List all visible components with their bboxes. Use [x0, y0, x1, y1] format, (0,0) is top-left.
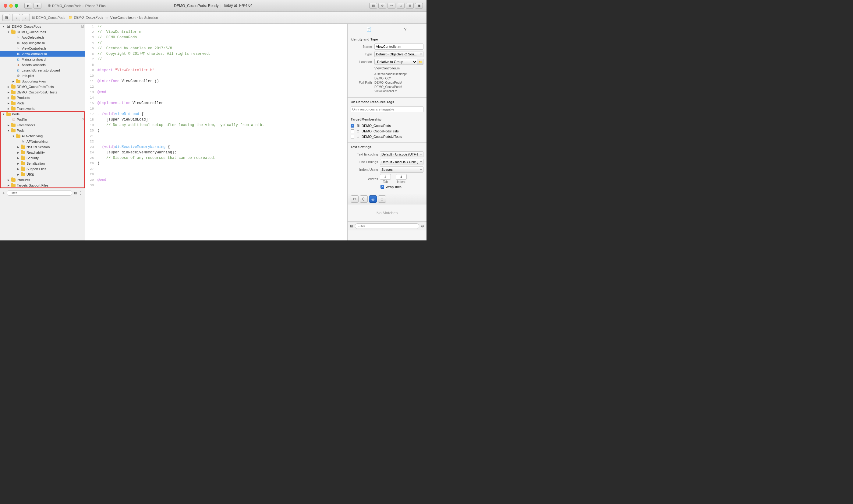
sidebar-root[interactable]: ▼ 🏛 DEMO_CocoaPods M — [0, 24, 85, 29]
disclosure-nsurlsession[interactable]: ▶ — [16, 145, 21, 149]
bottom-tab-file[interactable]: □ — [351, 195, 359, 203]
disclosure-reachability[interactable]: ▶ — [16, 150, 21, 155]
sidebar-item-pods-root[interactable]: ▼ Pods — [0, 111, 85, 117]
disclosure-frameworks-pods[interactable]: ▶ — [6, 123, 11, 127]
name-input[interactable] — [375, 43, 423, 50]
sidebar-item-podfile[interactable]: ⓪ Podfile ? — [0, 117, 85, 122]
sidebar-item-uikit[interactable]: ▶ UIKit — [0, 172, 85, 177]
encoding-select[interactable]: Default - Unicode (UTF-8) — [380, 151, 423, 157]
sidebar-item-viewcontroller-h[interactable]: h ViewController.h — [0, 46, 85, 51]
sidebar-item-viewcontroller-m[interactable]: m ViewController.m — [0, 51, 85, 57]
location-browse-btn[interactable]: 📁 — [417, 59, 423, 65]
tags-input[interactable] — [351, 106, 423, 112]
back-btn[interactable]: ‹ — [12, 14, 20, 21]
view-toggle-btn[interactable]: ▤ — [369, 3, 377, 8]
sidebar-item-infoplist[interactable]: ⓵ Info.plist — [0, 73, 85, 78]
close-button[interactable] — [4, 4, 7, 7]
sidebar-item-frameworks-top[interactable]: ▶ Frameworks — [0, 106, 85, 111]
sidebar-item-support-files[interactable]: ▶ Support Files — [0, 166, 85, 172]
disclosure-frameworks-top[interactable]: ▶ — [6, 106, 11, 111]
add-icon[interactable]: + — [2, 191, 5, 195]
location-select[interactable]: Relative to Group — [375, 59, 417, 65]
sidebar-item-assets[interactable]: ◈ Assets.xcassets — [0, 62, 85, 68]
play-button[interactable]: ▶ — [24, 3, 32, 8]
disclosure-products-pods[interactable]: ▶ — [6, 177, 11, 182]
rpanel-filter-input[interactable] — [355, 223, 419, 229]
grid-view-btn[interactable]: ⊞ — [2, 14, 10, 21]
disclosure-support-files[interactable]: ▶ — [16, 166, 21, 172]
sidebar-item-demo-group[interactable]: ▼ DEMO_CocoaPods — [0, 29, 85, 35]
disclosure-tests[interactable]: ▶ — [6, 84, 11, 89]
supporting-files-label: Supporting Files — [22, 79, 85, 83]
minimize-button[interactable] — [9, 4, 13, 7]
sidebar-item-afnetworking[interactable]: ▼ AFNetworking — [0, 133, 85, 139]
bottom-tab-record[interactable]: ⬡ — [360, 195, 368, 203]
disclosure-uikit[interactable]: ▶ — [16, 172, 21, 177]
tab-width-input[interactable] — [380, 174, 391, 180]
code-line-2: 2 // ViewController.m — [85, 29, 347, 35]
sidebar-item-pods-top[interactable]: ▶ Pods — [0, 101, 85, 106]
maximize-button[interactable] — [15, 4, 18, 7]
sidebar-item-nsurlsession[interactable]: ▶ NSURLSession — [0, 144, 85, 150]
membership-checkbox-3[interactable] — [351, 135, 354, 139]
sidebar-item-afnetworking-h[interactable]: h AFNetworking.h — [0, 139, 85, 144]
sidebar-item-reachability[interactable]: ▶ Reachability — [0, 150, 85, 155]
disclosure-demo[interactable]: ▼ — [6, 30, 11, 34]
line-endings-select[interactable]: Default - macOS / Unix (LF) — [380, 159, 423, 165]
layout-btn4[interactable]: ▣ — [415, 3, 423, 8]
sidebar-item-serialization[interactable]: ▶ Serialization — [0, 161, 85, 166]
layout-btn2[interactable]: □ — [397, 3, 404, 8]
sidebar-item-launchscreen[interactable]: ◧ LaunchScreen.storyboard — [0, 68, 85, 73]
sidebar-item-main-storyboard[interactable]: ◧ Main.storyboard — [0, 57, 85, 62]
sidebar-item-frameworks-pods[interactable]: ▶ Frameworks — [0, 122, 85, 128]
disclosure-afnetworking[interactable]: ▼ — [11, 133, 16, 139]
sidebar-item-supporting-files[interactable]: ▶ Supporting Files — [0, 78, 85, 84]
sidebar-item-targets-support[interactable]: ▶ Targets Support Files — [0, 183, 85, 188]
membership-checkbox-1[interactable] — [351, 124, 354, 127]
rpanel-grid-icon[interactable]: ⊞ — [350, 224, 353, 228]
layout-btn3[interactable]: ▤ — [406, 3, 414, 8]
code-area[interactable]: 1 // 2 // ViewController.m 3 // DEMO_Coc… — [85, 24, 347, 240]
name-value[interactable] — [375, 43, 423, 50]
rpanel-sort-icon[interactable]: ⊘ — [421, 224, 424, 228]
file-inspector-tab[interactable]: 📄 — [365, 25, 372, 33]
disclosure-pods-inner[interactable]: ▼ — [6, 128, 11, 133]
disclosure-pods-top[interactable]: ▶ — [6, 101, 11, 106]
sidebar-item-products-top[interactable]: ▶ Products — [0, 95, 85, 101]
search-btn[interactable]: ⊙ — [378, 3, 386, 8]
membership-item-2: □ DEMO_CocoaPodsTests — [351, 129, 423, 133]
type-select[interactable]: Default - Objective-C Sou... — [375, 51, 423, 57]
editor[interactable]: 1 // 2 // ViewController.m 3 // DEMO_Coc… — [85, 24, 347, 240]
disclosure-root[interactable]: ▼ — [1, 24, 6, 29]
disclosure-supporting[interactable]: ▶ — [11, 79, 16, 84]
forward-btn[interactable]: › — [22, 14, 30, 21]
filter-options-icon[interactable]: ⊞ — [74, 191, 77, 195]
disclosure-products[interactable]: ▶ — [6, 95, 11, 100]
indent-width-input[interactable] — [396, 174, 407, 180]
sidebar[interactable]: ▼ 🏛 DEMO_CocoaPods M ▼ DEMO_CocoaPods h … — [0, 24, 85, 240]
sidebar-item-pods-inner[interactable]: ▼ Pods — [0, 128, 85, 133]
sidebar-item-appdelegate-h[interactable]: h AppDelegate.h — [0, 35, 85, 40]
stop-button[interactable]: ■ — [34, 3, 41, 8]
sidebar-filter-bar: + ⊞ ⋮ — [0, 188, 85, 197]
disclosure-serialization[interactable]: ▶ — [16, 161, 21, 166]
sidebar-item-tests[interactable]: ▶ DEMO_CocoaPodsTests — [0, 84, 85, 89]
wrap-checkbox[interactable] — [381, 185, 384, 189]
sort-icon[interactable]: ⋮ — [79, 191, 83, 195]
layout-btn1[interactable]: ↩ — [387, 3, 396, 8]
disclosure-pods-root[interactable]: ▼ — [1, 112, 6, 116]
disclosure-security[interactable]: ▶ — [16, 156, 21, 160]
sidebar-item-uitests[interactable]: ▶ DEMO_CocoaPodsUITests — [0, 89, 85, 95]
sidebar-item-appdelegate-m[interactable]: m AppDelegate.m — [0, 40, 85, 46]
bottom-tab-layout[interactable]: ⊞ — [378, 195, 386, 203]
sidebar-item-products-pods[interactable]: ▶ Products — [0, 177, 85, 183]
indent-using-select[interactable]: Spaces — [380, 166, 423, 173]
disclosure-uitests[interactable]: ▶ — [6, 90, 11, 95]
bottom-tab-circle[interactable]: ◎ — [369, 195, 377, 203]
location-row: Location Relative to Group 📁 — [351, 59, 423, 65]
quick-help-tab[interactable]: ? — [401, 25, 409, 33]
sidebar-item-security[interactable]: ▶ Security — [0, 155, 85, 161]
filter-input[interactable] — [7, 190, 72, 196]
disclosure-targets-support[interactable]: ▶ — [6, 183, 11, 188]
membership-checkbox-2[interactable] — [351, 129, 354, 133]
